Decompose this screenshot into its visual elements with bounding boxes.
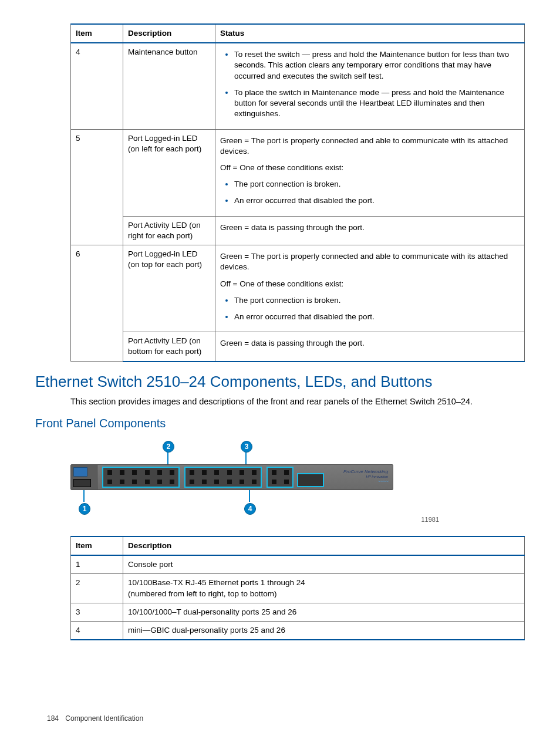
front-panel-table: Item Description 1 Console port 2 10/100… — [70, 536, 525, 640]
cell-desc: Maintenance button — [123, 43, 215, 129]
cell-desc: Port Logged-in LED (on left for each por… — [123, 129, 215, 216]
th-item: Item — [71, 536, 123, 555]
status-para: Green = data is passing through the port… — [220, 338, 519, 349]
dual-personality-block — [266, 467, 294, 488]
cell-desc: Console port — [123, 555, 525, 574]
table-row: Port Activity LED (on bottom for each po… — [71, 332, 525, 362]
status-bullet: An error occurred that disabled the port… — [234, 312, 519, 322]
front-panel-diagram: 2 3 1 4 — [70, 437, 399, 519]
status-bullet: To reset the switch — press and hold the… — [234, 49, 519, 82]
cell-status: Green = data is passing through the port… — [215, 332, 525, 362]
page-footer: 184 Component Identification — [47, 714, 143, 723]
status-para: Green = The port is properly connected a… — [220, 251, 519, 272]
footer-section: Component Identification — [65, 714, 143, 723]
callout-2: 2 — [163, 441, 174, 453]
cell-desc: 10/100/1000–T dual-personality ports 25 … — [123, 603, 525, 621]
cell-item: 4 — [71, 43, 123, 129]
cell-item: 3 — [71, 603, 123, 621]
status-para: Green = The port is properly connected a… — [220, 136, 519, 157]
diagram-id: 11981 — [421, 516, 439, 523]
table-row: 4 Maintenance button To reset the switch… — [71, 43, 525, 129]
cell-status: To reset the switch — press and hold the… — [215, 43, 525, 129]
table-row: 6 Port Logged-in LED (on top for each po… — [71, 245, 525, 332]
table-row: 5 Port Logged-in LED (on left for each p… — [71, 129, 525, 216]
th-description: Description — [123, 536, 525, 555]
table-row: 4 mini—GBIC dual-personality ports 25 an… — [71, 621, 525, 640]
table-row: 1 Console port — [71, 555, 525, 574]
cell-item: 4 — [71, 621, 123, 640]
section-intro: This section provides images and descrip… — [70, 396, 525, 407]
status-bullet: An error occurred that disabled the port… — [234, 195, 519, 206]
callout-lead — [167, 451, 168, 464]
cell-desc: 10/100Base-TX RJ-45 Ethernet ports 1 thr… — [123, 574, 525, 603]
callout-1: 1 — [79, 503, 90, 515]
callout-3: 3 — [241, 441, 252, 453]
status-para: Green = data is passing through the port… — [220, 222, 519, 233]
brand-top: ProCurve Networking — [343, 469, 388, 474]
cell-item: 1 — [71, 555, 123, 574]
cell-item: 5 — [71, 129, 123, 245]
status-bullet: The port connection is broken. — [234, 179, 519, 190]
port-blocks — [102, 467, 294, 488]
status-bullet: To place the switch in Maintenance mode … — [234, 87, 519, 120]
cell-status: Green = The port is properly connected a… — [215, 245, 525, 332]
th-description: Description — [123, 24, 215, 43]
rj45-block-1 — [102, 467, 180, 488]
table-row: 2 10/100Base-TX RJ-45 Ethernet ports 1 t… — [71, 574, 525, 603]
cell-status: Green = data is passing through the port… — [215, 216, 525, 245]
rj45-block-2 — [184, 467, 262, 488]
th-item: Item — [71, 24, 123, 43]
swoosh-icon: 〰〰 — [343, 479, 388, 485]
callout-lead — [245, 451, 247, 464]
cell-desc: mini—GBIC dual-personality ports 25 and … — [123, 621, 525, 640]
status-para: Off = One of these conditions exist: — [220, 279, 519, 289]
callout-4: 4 — [244, 503, 256, 515]
callout-lead — [249, 489, 250, 502]
table-row: 3 10/100/1000–T dual-personality ports 2… — [71, 603, 525, 621]
cell-status: Green = The port is properly connected a… — [215, 129, 525, 216]
cell-item: 2 — [71, 574, 123, 603]
cell-item: 6 — [71, 245, 123, 362]
mini-gbic-block — [297, 473, 324, 487]
section-heading: Ethernet Switch 2510–24 Components, LEDs… — [35, 373, 525, 391]
switch-left-panel — [71, 465, 97, 490]
page-number: 184 — [47, 714, 63, 723]
led-status-table: Item Description Status 4 Maintenance bu… — [70, 23, 525, 362]
callout-lead — [83, 489, 85, 502]
th-status: Status — [215, 24, 525, 43]
branding-label: ProCurve Networking HP Innovation 〰〰 — [343, 470, 388, 485]
status-bullet: The port connection is broken. — [234, 295, 519, 306]
switch-chassis: ProCurve Networking HP Innovation 〰〰 — [70, 464, 393, 490]
cell-desc: Port Activity LED (on right for each por… — [123, 216, 215, 245]
subsection-heading: Front Panel Components — [35, 417, 525, 430]
cell-desc: Port Logged-in LED (on top for each port… — [123, 245, 215, 332]
brand-sub: HP Innovation — [366, 475, 388, 478]
cell-desc: Port Activity LED (on bottom for each po… — [123, 332, 215, 362]
status-para: Off = One of these conditions exist: — [220, 163, 519, 173]
table-row: Port Activity LED (on right for each por… — [71, 216, 525, 245]
